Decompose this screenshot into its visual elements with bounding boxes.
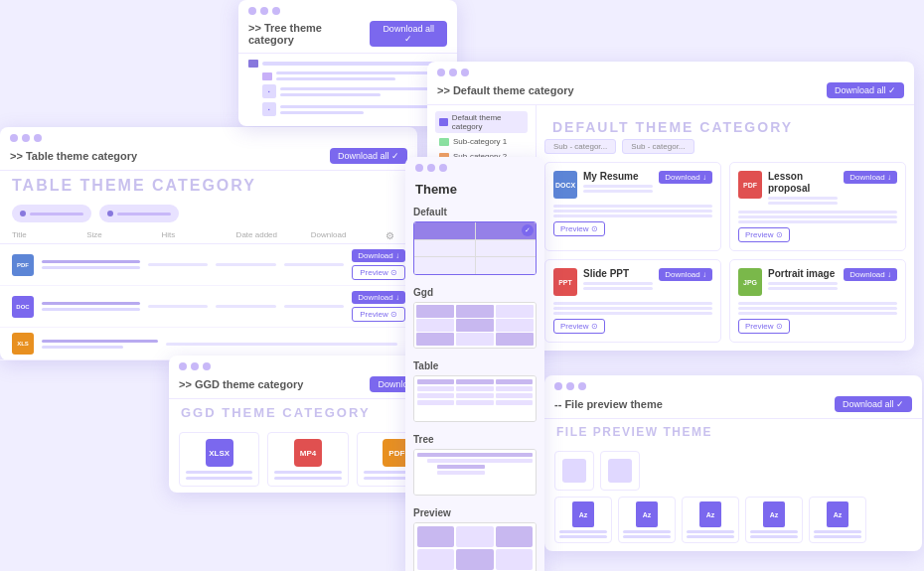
- sub-cat-chip-1[interactable]: Sub - categor...: [544, 139, 616, 154]
- col-download: Download: [311, 230, 366, 241]
- filter-chip-1[interactable]: [12, 205, 91, 222]
- ggd-lines: [274, 471, 341, 480]
- download-btn[interactable]: Download ↓: [352, 249, 405, 262]
- table-row: DOC Download ↓ Preview ⊙: [0, 286, 417, 328]
- resume-download-btn[interactable]: Download ↓: [659, 171, 712, 184]
- row-file-icon: DOC: [12, 296, 34, 318]
- lesson-download-btn[interactable]: Download ↓: [844, 171, 897, 184]
- fp-title-bar: -- File preview theme Download all ✓: [544, 394, 922, 419]
- tree-download-btn[interactable]: Download all ✓: [370, 21, 447, 47]
- download-btn[interactable]: Download ↓: [352, 291, 405, 304]
- file-card-header-portrait: JPG Portrait image Download ↓: [738, 268, 897, 296]
- fp-download-btn[interactable]: Download all ✓: [835, 396, 912, 412]
- file-name-portrait: Portrait image: [768, 268, 838, 280]
- resume-preview-btn[interactable]: Preview ⊙: [553, 221, 605, 236]
- theme-selector-title: Theme: [405, 176, 544, 201]
- portrait-download-btn[interactable]: Download ↓: [844, 268, 897, 281]
- row-meta: [166, 343, 397, 346]
- ggd-lines: [186, 471, 252, 480]
- theme-option-label-preview: Preview: [413, 507, 537, 518]
- tree-lines: [276, 71, 447, 80]
- tree-theme-card: >> Tree theme category Download all ✓ ▪: [238, 0, 457, 126]
- filepreview-card: -- File preview theme Download all ✓ FIL…: [544, 375, 922, 551]
- fp-file-item-2: Az: [618, 497, 676, 543]
- ggd-title: >> GGD theme category: [179, 378, 303, 390]
- tree-content: ▪ ▪: [238, 54, 457, 126]
- row-meta: [148, 305, 344, 308]
- sidebar-label-default: Default theme category: [452, 113, 524, 131]
- dot-1: [554, 382, 562, 390]
- file-info-portrait: Portrait image: [768, 268, 838, 290]
- table-download-btn[interactable]: Download all ✓: [330, 148, 407, 164]
- dot-1: [248, 7, 256, 15]
- dot-1: [179, 362, 187, 370]
- row-title-lines: [42, 340, 158, 349]
- slide-download-btn[interactable]: Download ↓: [659, 268, 712, 281]
- theme-option-ggd[interactable]: Ggd: [405, 281, 544, 355]
- ggd-preview-layout: [414, 303, 536, 348]
- file-card-header: DOCX My Resume Download ↓: [553, 171, 712, 199]
- sub-cat-bar: Sub - categor... Sub - categor...: [544, 139, 906, 154]
- file-actions-resume: Preview ⊙: [553, 221, 712, 236]
- row-actions[interactable]: Download ↓ Preview ⊙: [352, 249, 405, 280]
- dot-3: [203, 362, 211, 370]
- tree-title-bar: >> Tree theme category Download all ✓: [238, 19, 457, 54]
- filter-chip-2[interactable]: [99, 205, 179, 222]
- table-title: >> Table theme category: [10, 150, 137, 162]
- folder-icon-sub: [262, 72, 272, 80]
- file-info-resume: My Resume: [583, 171, 653, 193]
- fp-title: -- File preview theme: [554, 398, 663, 410]
- file-actions-lesson: Preview ⊙: [738, 227, 897, 242]
- col-hits: Hits: [161, 230, 216, 241]
- sidebar-item-sub1[interactable]: Sub-category 1: [435, 135, 528, 148]
- fp-placeholder-2: [600, 451, 640, 491]
- window-controls-table: [0, 127, 417, 146]
- theme-selector-card: Theme Default ✓ Ggd: [405, 157, 544, 571]
- slide-preview-btn[interactable]: Preview ⊙: [553, 319, 605, 334]
- file-actions-portrait: Preview ⊙: [738, 319, 897, 334]
- file-card-slide: PPT Slide PPT Download ↓: [544, 259, 721, 343]
- default-download-btn[interactable]: Download all ✓: [827, 82, 904, 98]
- fp-file-item-1: Az: [554, 497, 612, 543]
- theme-option-tree[interactable]: Tree: [405, 428, 544, 501]
- file-name-slide: Slide PPT: [583, 268, 653, 280]
- tree-row-1: [248, 60, 447, 68]
- file-type-icon-ppt: PPT: [553, 268, 577, 296]
- dot-3: [461, 69, 469, 76]
- file-card-header-slide: PPT Slide PPT Download ↓: [553, 268, 712, 296]
- tree-preview: [413, 449, 537, 496]
- table-filter-bar: [0, 201, 417, 228]
- dot-2: [191, 362, 199, 370]
- col-title: Title: [12, 230, 67, 241]
- default-heading: DEFAULT THEME CATEGORY: [544, 113, 906, 139]
- row-actions[interactable]: Download ↓ Preview ⊙: [352, 291, 405, 322]
- theme-option-preview[interactable]: Preview: [405, 501, 544, 571]
- default-title: >> Default theme category: [437, 84, 574, 96]
- file-card-lesson: PDF Lesson proposal Download ↓: [729, 162, 906, 251]
- ggd-item: MP4: [267, 432, 348, 487]
- fp-file-item-4: Az: [745, 497, 803, 543]
- default-preview-grid: [414, 222, 536, 274]
- dot-1: [437, 69, 445, 76]
- file-body-lines: [553, 205, 712, 217]
- sub-cat-chip-2[interactable]: Sub - categor...: [622, 139, 693, 154]
- fp-file-icon-5: Az: [827, 501, 848, 527]
- file-lines-slide: [583, 282, 653, 290]
- sidebar-item-default[interactable]: Default theme category: [435, 111, 528, 133]
- ggd-preview: [413, 302, 537, 349]
- preview-btn[interactable]: Preview ⊙: [352, 265, 405, 280]
- folder-icon-sub1: [439, 138, 449, 146]
- preview-preview-layout: [414, 523, 536, 571]
- lesson-preview-btn[interactable]: Preview ⊙: [738, 227, 790, 242]
- theme-option-label-table: Table: [413, 360, 537, 371]
- portrait-preview-btn[interactable]: Preview ⊙: [738, 319, 790, 334]
- theme-option-table[interactable]: Table: [405, 355, 544, 428]
- fp-file-icon-3: Az: [699, 501, 721, 527]
- fp-file-icon-2: Az: [636, 501, 658, 527]
- file-type-icon-jpg: JPG: [738, 268, 762, 296]
- dot-2: [22, 134, 30, 142]
- file-type-icon-docx: DOCX: [553, 171, 577, 199]
- theme-option-default[interactable]: Default ✓: [405, 201, 544, 281]
- preview-btn[interactable]: Preview ⊙: [352, 307, 405, 322]
- fp-file-icon-1: Az: [572, 501, 594, 527]
